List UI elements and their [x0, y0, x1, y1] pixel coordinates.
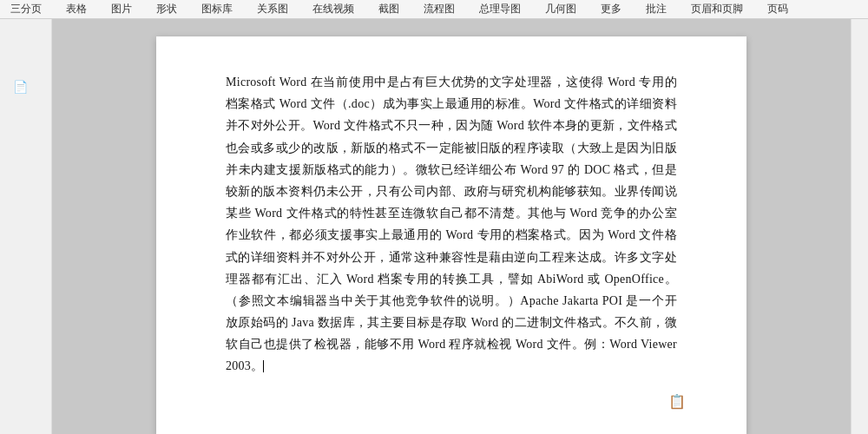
toolbar: 三分页 表格 图片 形状 图标库 关系图 在线视频 截图 流程图 总理导图 几何…: [0, 0, 868, 19]
right-margin: [851, 19, 868, 434]
toolbar-item-flowchart[interactable]: 流程图: [420, 0, 458, 18]
toolbar-item-page-break[interactable]: 三分页: [7, 0, 45, 18]
text-cursor: [263, 360, 264, 372]
toolbar-item-relation-chart[interactable]: 关系图: [253, 0, 292, 18]
content-area: 📄 Microsoft Word 在当前使用中是占有巨大优势的文字处理器，这使得…: [0, 19, 868, 434]
toolbar-item-geometry[interactable]: 几何图: [542, 0, 580, 18]
toolbar-item-icon-lib[interactable]: 图标库: [198, 0, 236, 18]
paste-icon[interactable]: 📋: [668, 393, 686, 410]
page-container[interactable]: Microsoft Word 在当前使用中是占有巨大优势的文字处理器，这使得 W…: [52, 19, 851, 434]
toolbar-item-annotation[interactable]: 批注: [642, 0, 670, 18]
toolbar-item-header-footer[interactable]: 页眉和页脚: [687, 0, 746, 18]
document-paragraph: Microsoft Word 在当前使用中是占有巨大优势的文字处理器，这使得 W…: [226, 71, 677, 378]
toolbar-item-mind-map[interactable]: 总理导图: [476, 0, 524, 18]
document-icon: 📄: [13, 80, 28, 95]
toolbar-item-online-video[interactable]: 在线视频: [309, 0, 358, 18]
toolbar-item-page-number[interactable]: 页码: [764, 0, 792, 18]
toolbar-item-image[interactable]: 图片: [108, 0, 135, 18]
document-page[interactable]: Microsoft Word 在当前使用中是占有巨大优势的文字处理器，这使得 W…: [156, 36, 746, 434]
left-margin: 📄: [0, 19, 52, 434]
toolbar-item-table[interactable]: 表格: [62, 0, 90, 18]
toolbar-item-shape[interactable]: 形状: [153, 0, 181, 18]
document-body[interactable]: Microsoft Word 在当前使用中是占有巨大优势的文字处理器，这使得 W…: [226, 71, 677, 378]
toolbar-item-more[interactable]: 更多: [597, 0, 625, 18]
toolbar-item-screenshot[interactable]: 截图: [375, 0, 403, 18]
